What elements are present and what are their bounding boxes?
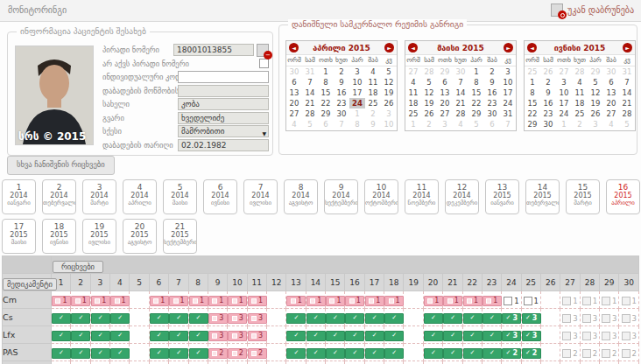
dose-cell[interactable]: ✓ [482,361,501,364]
calendar-day[interactable]: 3 [437,119,453,130]
dose-taken-box[interactable]: ✓ [345,331,364,341]
calendar-day[interactable]: 29 [468,108,484,119]
dose-taken-box[interactable]: ✓ [365,331,384,341]
calendar-day[interactable]: 9 [334,77,349,88]
dose-taken-box[interactable]: ✓ [71,331,90,341]
dose-cell[interactable]: 1 [286,291,306,309]
calendar-day[interactable]: 12 [421,88,437,98]
month-chip[interactable]: 162015აპრილი [606,179,640,214]
dose-cell[interactable]: ✓ [462,361,482,364]
dose-cell[interactable]: 3 [560,309,580,326]
dose-cell[interactable]: ✓ [384,361,404,364]
dose-cell[interactable]: 1 [247,291,266,309]
dose-cell[interactable]: ✓ [188,326,208,344]
dose-missed-box[interactable]: 1 [248,296,267,306]
calendar-day[interactable]: 1 [318,66,334,77]
dose-cell[interactable]: 3 [208,361,227,364]
dose-cell[interactable]: ✓ [169,326,188,344]
dose-cell[interactable]: 2 [619,344,639,361]
calendar-day[interactable]: 23 [540,108,556,119]
dose-cell[interactable]: ✓ [110,344,130,361]
dose-taken-box[interactable]: ✓ [71,348,90,359]
month-chip[interactable]: 32014მარტი [82,179,116,214]
next-month-button[interactable]: ► [384,43,394,52]
calendar-day[interactable]: 22 [468,98,484,108]
dose-cell[interactable]: ✓ [188,344,208,361]
dose-taken-box[interactable]: ✓ [189,331,208,341]
calendar-day[interactable]: 19 [588,98,603,108]
calendar-day[interactable]: 7 [302,77,318,88]
dose-taken-box[interactable]: ✓ [483,331,502,341]
calendar-day[interactable]: 25 [572,108,588,119]
dose-missed-box[interactable]: 3 [248,313,267,324]
calendar-day[interactable]: 13 [286,88,302,98]
dose-missed-box[interactable]: 1 [345,296,364,306]
dose-cell[interactable]: ✓3 [502,309,521,326]
calendar-day[interactable]: 31 [302,66,318,77]
dose-taken-box[interactable]: ✓ [443,313,462,324]
calendar-day[interactable]: 1 [349,108,365,119]
calendar-day[interactable]: 25 [405,108,421,119]
dose-cell[interactable]: 1 [364,291,384,309]
calendar-day[interactable]: 20 [286,98,302,108]
sex-select[interactable]: მამრობითი▼ [178,125,269,137]
calendar-day[interactable]: 17 [556,98,572,108]
calendar-day[interactable]: 16 [334,88,349,98]
calendar-day[interactable]: 2 [334,66,349,77]
dose-cell[interactable]: 1 [169,291,188,309]
calendar-day[interactable]: 28 [619,108,635,119]
calendar-day[interactable]: 27 [286,108,302,119]
dose-missed-box[interactable]: 2 [248,348,267,359]
dose-taken-box[interactable]: ✓ [443,348,462,359]
month-chip[interactable]: 122014დეკემბერი [445,179,479,214]
dose-taken-box[interactable]: ✓ [150,313,169,324]
calendar-day[interactable]: 18 [365,88,381,98]
dose-taken-box[interactable]: ✓ [286,348,306,359]
calendar-day[interactable]: 15 [318,88,334,98]
calendar-day[interactable]: 26 [421,108,437,119]
dose-missed-box[interactable]: 1 [189,296,208,306]
dose-missed-box[interactable]: 3 [228,331,247,341]
dose-cell[interactable]: 1 [384,291,404,309]
dose-missed-box[interactable]: 3 [228,313,247,324]
calendar-day[interactable]: 21 [302,98,318,108]
calendar-day[interactable]: 29 [588,66,603,77]
dose-checkbox[interactable] [504,297,512,305]
calendar-day[interactable]: 18 [405,98,421,108]
dose-cell[interactable]: 1 [90,291,109,309]
dose-cell[interactable]: 1 [482,291,501,309]
dose-taken-box[interactable]: ✓ [326,348,345,359]
dose-cell[interactable]: ✓ [188,309,208,326]
calendar-day[interactable]: 2 [484,66,500,77]
dose-cell[interactable]: ✓ [90,309,109,326]
calendar-day[interactable]: 6 [286,77,302,88]
calendar-day[interactable]: 5 [381,66,397,77]
calendar-day[interactable]: 2 [421,119,437,130]
dose-cell[interactable]: 1 [443,291,462,309]
dose-cell[interactable]: ✓ [90,361,109,364]
dose-cell[interactable]: 3 [600,361,619,364]
calendar-day[interactable]: 17 [349,88,365,98]
dose-taken-box[interactable]: ✓ [326,313,345,324]
dose-cell[interactable]: ✓ [482,344,501,361]
calendar-day[interactable]: 29 [525,119,540,130]
dose-cell[interactable]: 2 [228,344,247,361]
dose-cell[interactable]: 1 [188,291,208,309]
dose-cell[interactable]: 3 [247,309,266,326]
calendar-day[interactable]: 11 [572,88,588,98]
calendar-day[interactable]: 29 [437,66,453,77]
calendar-day[interactable]: 28 [453,108,468,119]
dose-taken-box[interactable]: ✓ [384,331,404,341]
dose-cell[interactable]: 2 [580,344,599,361]
calendar-day[interactable]: 26 [588,108,603,119]
dose-cell[interactable]: ✓ [52,309,71,326]
month-chip[interactable]: 92014სექტემბერი [324,179,358,214]
dose-cell[interactable]: 3 [247,361,266,364]
dose-taken-box[interactable]: ✓ [52,331,71,341]
calendar-day[interactable]: 14 [453,88,468,98]
calendar-day[interactable]: 15 [525,98,540,108]
calendar-day[interactable]: 23 [334,98,349,108]
calendar-day[interactable]: 24 [556,108,572,119]
dose-cell[interactable]: ✓3 [521,309,540,326]
dose-taken-box[interactable]: ✓ [463,313,483,324]
